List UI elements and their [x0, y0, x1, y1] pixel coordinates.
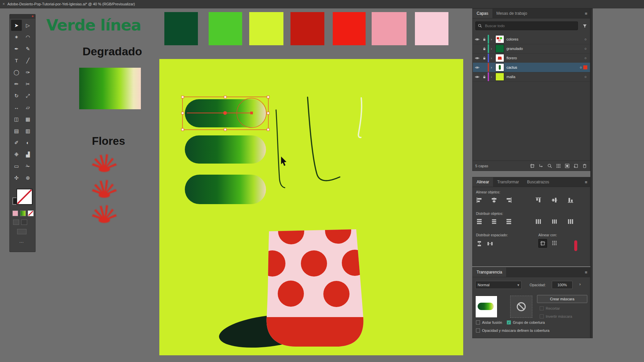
color-swatch-2[interactable] — [209, 12, 242, 45]
distribute-bottom-button[interactable] — [505, 218, 513, 226]
collect-export-icon[interactable] — [530, 163, 535, 169]
lock-toggle[interactable] — [481, 75, 488, 79]
tool-rotate[interactable]: ↻ — [11, 90, 22, 101]
layer-row-malla[interactable]: › malla ○ — [473, 72, 590, 82]
tool-zoom[interactable]: ⊕ — [22, 172, 33, 183]
visibility-toggle[interactable] — [473, 37, 481, 42]
canvas-title-text[interactable]: Verde línea — [46, 16, 141, 34]
color-swatch-6[interactable] — [372, 12, 407, 45]
horizontal-spacing-button[interactable] — [486, 240, 494, 248]
draw-normal-button[interactable] — [13, 220, 19, 225]
align-right-button[interactable] — [505, 196, 513, 204]
tool-selection[interactable]: ➤ — [11, 20, 22, 31]
tool-column-graph[interactable]: ▟ — [22, 149, 33, 160]
lock-toggle[interactable] — [481, 47, 488, 51]
isolate-blending-option[interactable]: Aislar fusión ✓ Grupo de cobertura — [476, 320, 545, 324]
draw-behind-button[interactable] — [21, 220, 27, 225]
target-circle-icon[interactable]: ○ — [584, 47, 587, 51]
tool-direct-selection[interactable]: ▷ — [22, 20, 33, 31]
tool-lasso[interactable]: ◠ — [22, 32, 33, 43]
layer-row-florero[interactable]: › florero ○ — [473, 53, 590, 63]
expand-chevron-icon[interactable]: › — [489, 47, 494, 51]
layer-row-granulado[interactable]: › granulado ○ — [473, 44, 590, 54]
flatten-icon[interactable] — [556, 163, 561, 169]
color-swatch-4[interactable] — [290, 12, 324, 45]
tool-perspective-grid[interactable]: ▦ — [22, 114, 33, 125]
tab-capas[interactable]: Capas — [473, 9, 492, 18]
tool-scissors[interactable]: ✂ — [22, 78, 33, 89]
opacity-stepper-icon[interactable]: › — [579, 282, 581, 287]
tool-magic-wand[interactable]: ✶ — [11, 32, 22, 43]
expand-chevron-icon[interactable]: › — [489, 65, 494, 69]
expand-chevron-icon[interactable]: › — [489, 56, 494, 60]
delete-layer-icon[interactable] — [582, 163, 587, 169]
new-sublayer-icon[interactable] — [538, 163, 544, 169]
distribute-left-button[interactable] — [534, 218, 542, 226]
gradient-button[interactable] — [20, 210, 26, 216]
color-swatch-3[interactable] — [249, 12, 283, 45]
object-thumbnail[interactable] — [475, 296, 497, 318]
target-circle-icon[interactable]: ○ — [584, 75, 587, 79]
expand-chevron-icon[interactable]: › — [489, 75, 494, 79]
mask-thumbnail-empty[interactable] — [510, 296, 532, 318]
layers-filter-button[interactable] — [581, 22, 589, 30]
layers-search-field[interactable] — [484, 23, 566, 28]
tool-hand[interactable]: ✣ — [11, 172, 22, 183]
close-document-icon[interactable]: × — [0, 2, 7, 6]
knockout-group-checkbox[interactable]: ✓ — [507, 320, 511, 324]
screen-mode-button[interactable] — [17, 229, 26, 234]
align-top-button[interactable] — [534, 196, 542, 204]
color-swatch-7[interactable] — [415, 12, 448, 45]
create-mask-button[interactable]: Crear máscara — [537, 295, 587, 303]
layers-panel-menu-icon[interactable]: ≡ — [582, 9, 590, 18]
align-to-selection-button[interactable] — [550, 239, 558, 247]
tool-symbol-sprayer[interactable]: ❉ — [11, 149, 22, 160]
distribute-top-button[interactable] — [475, 218, 483, 226]
tool-width[interactable]: ↔ — [11, 102, 22, 113]
target-circle-icon[interactable]: ○ — [580, 65, 582, 69]
canvas-flowers-label[interactable]: Flores — [92, 135, 125, 147]
toolbar-more-button[interactable]: … — [19, 238, 24, 244]
tool-blend[interactable]: ◐ — [22, 137, 33, 148]
layers-search-input[interactable] — [475, 21, 578, 30]
tool-slice[interactable]: ✁ — [22, 161, 33, 172]
target-circle-icon[interactable]: ○ — [584, 56, 587, 60]
tool-eyedropper[interactable]: ✐ — [11, 137, 22, 148]
tool-artboard[interactable]: ▭ — [11, 161, 22, 172]
opacity-value-field[interactable]: 100% — [552, 281, 573, 289]
transparency-panel-menu-icon[interactable]: ≡ — [582, 267, 590, 277]
tool-pencil[interactable]: ✏ — [11, 78, 22, 89]
canvas-gradient-label[interactable]: Degradado — [83, 45, 142, 58]
distribute-vcenter-button[interactable] — [490, 218, 498, 226]
layer-row-colores[interactable]: › colores ○ — [473, 35, 590, 44]
tool-free-transform[interactable]: ▱ — [22, 102, 33, 113]
opacity-mask-checkbox[interactable] — [476, 328, 480, 333]
none-button[interactable] — [28, 210, 34, 216]
visibility-toggle[interactable] — [473, 74, 481, 79]
tool-mesh[interactable]: ▤ — [11, 125, 22, 136]
color-swatch-5[interactable] — [333, 12, 366, 45]
lock-toggle[interactable] — [481, 37, 488, 41]
gradient-pills[interactable] — [185, 99, 266, 204]
layer-row-cactus[interactable]: › cactus ○ — [473, 63, 590, 72]
align-bottom-button[interactable] — [567, 196, 575, 204]
distribute-right-button[interactable] — [567, 218, 575, 226]
toolbar-grip[interactable] — [10, 14, 35, 18]
target-circle-icon[interactable]: ○ — [584, 37, 587, 41]
align-to-artboard-button[interactable] — [538, 239, 547, 248]
visibility-toggle[interactable] — [473, 56, 481, 61]
align-vcenter-button[interactable] — [550, 196, 558, 204]
tool-gradient[interactable]: ▥ — [22, 125, 33, 136]
flowers-group[interactable] — [92, 154, 117, 223]
tool-pen[interactable]: ✒ — [11, 43, 22, 54]
tool-curvature[interactable]: ✎ — [22, 43, 33, 54]
align-left-button[interactable] — [475, 196, 483, 204]
tool-type[interactable]: T — [11, 55, 22, 66]
gradient-sample[interactable] — [79, 68, 141, 109]
tab-transparencia[interactable]: Transparencia — [473, 267, 506, 277]
new-layer-icon[interactable] — [573, 163, 579, 169]
locate-object-icon[interactable] — [547, 163, 552, 169]
isolate-blending-checkbox[interactable] — [476, 320, 480, 324]
vertical-spacing-button[interactable] — [475, 240, 483, 248]
color-swatch-1[interactable] — [164, 12, 198, 45]
